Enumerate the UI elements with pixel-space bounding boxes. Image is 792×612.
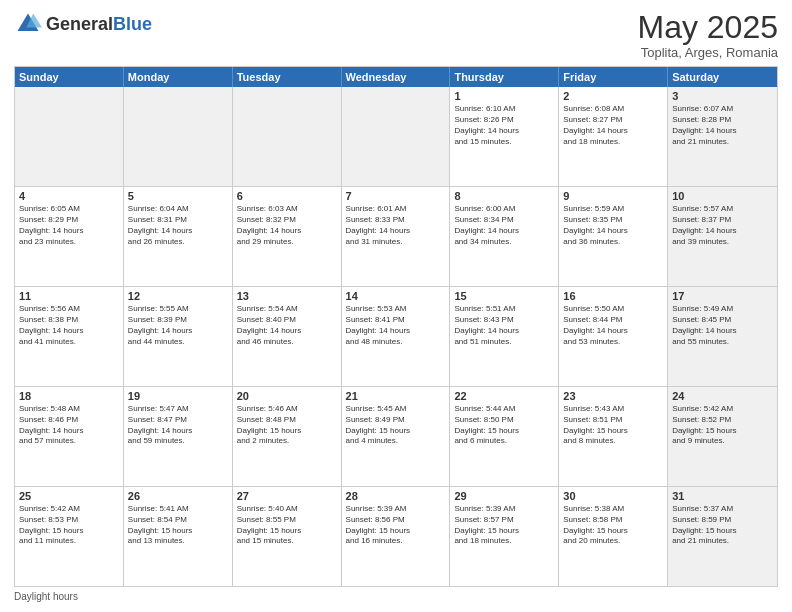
day-text-1: Sunrise: 6:10 AM Sunset: 8:26 PM Dayligh… [454,104,554,147]
day-number-8: 8 [454,190,554,202]
day-text-31: Sunrise: 5:37 AM Sunset: 8:59 PM Dayligh… [672,504,773,547]
day-number-24: 24 [672,390,773,402]
day-number-13: 13 [237,290,337,302]
day-text-17: Sunrise: 5:49 AM Sunset: 8:45 PM Dayligh… [672,304,773,347]
day-text-18: Sunrise: 5:48 AM Sunset: 8:46 PM Dayligh… [19,404,119,447]
empty-cell-0-0 [15,87,124,186]
day-cell-5: 5Sunrise: 6:04 AM Sunset: 8:31 PM Daylig… [124,187,233,286]
day-number-21: 21 [346,390,446,402]
day-number-15: 15 [454,290,554,302]
calendar-row-3: 11Sunrise: 5:56 AM Sunset: 8:38 PM Dayli… [15,286,777,386]
location: Toplita, Arges, Romania [637,45,778,60]
day-text-5: Sunrise: 6:04 AM Sunset: 8:31 PM Dayligh… [128,204,228,247]
day-number-14: 14 [346,290,446,302]
day-text-2: Sunrise: 6:08 AM Sunset: 8:27 PM Dayligh… [563,104,663,147]
header-cell-friday: Friday [559,67,668,87]
day-cell-14: 14Sunrise: 5:53 AM Sunset: 8:41 PM Dayli… [342,287,451,386]
day-number-28: 28 [346,490,446,502]
header-cell-tuesday: Tuesday [233,67,342,87]
empty-cell-0-2 [233,87,342,186]
day-cell-3: 3Sunrise: 6:07 AM Sunset: 8:28 PM Daylig… [668,87,777,186]
day-number-26: 26 [128,490,228,502]
calendar-header-row: SundayMondayTuesdayWednesdayThursdayFrid… [15,67,777,87]
day-cell-20: 20Sunrise: 5:46 AM Sunset: 8:48 PM Dayli… [233,387,342,486]
day-cell-23: 23Sunrise: 5:43 AM Sunset: 8:51 PM Dayli… [559,387,668,486]
day-number-3: 3 [672,90,773,102]
day-text-30: Sunrise: 5:38 AM Sunset: 8:58 PM Dayligh… [563,504,663,547]
logo-general-text: General [46,14,113,34]
day-cell-7: 7Sunrise: 6:01 AM Sunset: 8:33 PM Daylig… [342,187,451,286]
day-text-21: Sunrise: 5:45 AM Sunset: 8:49 PM Dayligh… [346,404,446,447]
day-number-5: 5 [128,190,228,202]
day-number-11: 11 [19,290,119,302]
day-cell-31: 31Sunrise: 5:37 AM Sunset: 8:59 PM Dayli… [668,487,777,586]
day-number-4: 4 [19,190,119,202]
day-cell-12: 12Sunrise: 5:55 AM Sunset: 8:39 PM Dayli… [124,287,233,386]
day-number-16: 16 [563,290,663,302]
day-number-19: 19 [128,390,228,402]
day-cell-19: 19Sunrise: 5:47 AM Sunset: 8:47 PM Dayli… [124,387,233,486]
day-number-23: 23 [563,390,663,402]
day-number-9: 9 [563,190,663,202]
day-text-12: Sunrise: 5:55 AM Sunset: 8:39 PM Dayligh… [128,304,228,347]
calendar-row-5: 25Sunrise: 5:42 AM Sunset: 8:53 PM Dayli… [15,486,777,586]
day-text-9: Sunrise: 5:59 AM Sunset: 8:35 PM Dayligh… [563,204,663,247]
day-cell-9: 9Sunrise: 5:59 AM Sunset: 8:35 PM Daylig… [559,187,668,286]
day-cell-18: 18Sunrise: 5:48 AM Sunset: 8:46 PM Dayli… [15,387,124,486]
day-cell-29: 29Sunrise: 5:39 AM Sunset: 8:57 PM Dayli… [450,487,559,586]
day-number-29: 29 [454,490,554,502]
day-cell-4: 4Sunrise: 6:05 AM Sunset: 8:29 PM Daylig… [15,187,124,286]
day-number-10: 10 [672,190,773,202]
day-number-22: 22 [454,390,554,402]
calendar-row-1: 1Sunrise: 6:10 AM Sunset: 8:26 PM Daylig… [15,87,777,186]
day-cell-13: 13Sunrise: 5:54 AM Sunset: 8:40 PM Dayli… [233,287,342,386]
day-cell-27: 27Sunrise: 5:40 AM Sunset: 8:55 PM Dayli… [233,487,342,586]
header-cell-thursday: Thursday [450,67,559,87]
header-cell-saturday: Saturday [668,67,777,87]
day-cell-24: 24Sunrise: 5:42 AM Sunset: 8:52 PM Dayli… [668,387,777,486]
day-cell-11: 11Sunrise: 5:56 AM Sunset: 8:38 PM Dayli… [15,287,124,386]
day-number-17: 17 [672,290,773,302]
day-cell-2: 2Sunrise: 6:08 AM Sunset: 8:27 PM Daylig… [559,87,668,186]
day-number-6: 6 [237,190,337,202]
day-text-15: Sunrise: 5:51 AM Sunset: 8:43 PM Dayligh… [454,304,554,347]
logo: GeneralBlue [14,10,152,38]
calendar-body: 1Sunrise: 6:10 AM Sunset: 8:26 PM Daylig… [15,87,777,586]
day-number-31: 31 [672,490,773,502]
day-number-12: 12 [128,290,228,302]
title-block: May 2025 Toplita, Arges, Romania [637,10,778,60]
day-cell-1: 1Sunrise: 6:10 AM Sunset: 8:26 PM Daylig… [450,87,559,186]
footer-note: Daylight hours [14,591,778,602]
header-cell-monday: Monday [124,67,233,87]
day-number-25: 25 [19,490,119,502]
day-text-29: Sunrise: 5:39 AM Sunset: 8:57 PM Dayligh… [454,504,554,547]
day-text-23: Sunrise: 5:43 AM Sunset: 8:51 PM Dayligh… [563,404,663,447]
day-text-20: Sunrise: 5:46 AM Sunset: 8:48 PM Dayligh… [237,404,337,447]
day-cell-21: 21Sunrise: 5:45 AM Sunset: 8:49 PM Dayli… [342,387,451,486]
page: GeneralBlue May 2025 Toplita, Arges, Rom… [0,0,792,612]
day-text-26: Sunrise: 5:41 AM Sunset: 8:54 PM Dayligh… [128,504,228,547]
day-text-25: Sunrise: 5:42 AM Sunset: 8:53 PM Dayligh… [19,504,119,547]
day-text-6: Sunrise: 6:03 AM Sunset: 8:32 PM Dayligh… [237,204,337,247]
day-text-7: Sunrise: 6:01 AM Sunset: 8:33 PM Dayligh… [346,204,446,247]
month-title: May 2025 [637,10,778,45]
calendar-row-4: 18Sunrise: 5:48 AM Sunset: 8:46 PM Dayli… [15,386,777,486]
day-cell-16: 16Sunrise: 5:50 AM Sunset: 8:44 PM Dayli… [559,287,668,386]
day-number-2: 2 [563,90,663,102]
day-cell-28: 28Sunrise: 5:39 AM Sunset: 8:56 PM Dayli… [342,487,451,586]
day-cell-25: 25Sunrise: 5:42 AM Sunset: 8:53 PM Dayli… [15,487,124,586]
logo-blue-text: Blue [113,14,152,34]
day-cell-10: 10Sunrise: 5:57 AM Sunset: 8:37 PM Dayli… [668,187,777,286]
day-text-27: Sunrise: 5:40 AM Sunset: 8:55 PM Dayligh… [237,504,337,547]
day-number-7: 7 [346,190,446,202]
day-text-8: Sunrise: 6:00 AM Sunset: 8:34 PM Dayligh… [454,204,554,247]
day-cell-17: 17Sunrise: 5:49 AM Sunset: 8:45 PM Dayli… [668,287,777,386]
day-text-4: Sunrise: 6:05 AM Sunset: 8:29 PM Dayligh… [19,204,119,247]
day-text-14: Sunrise: 5:53 AM Sunset: 8:41 PM Dayligh… [346,304,446,347]
day-number-30: 30 [563,490,663,502]
day-cell-30: 30Sunrise: 5:38 AM Sunset: 8:58 PM Dayli… [559,487,668,586]
day-text-13: Sunrise: 5:54 AM Sunset: 8:40 PM Dayligh… [237,304,337,347]
day-text-16: Sunrise: 5:50 AM Sunset: 8:44 PM Dayligh… [563,304,663,347]
day-text-22: Sunrise: 5:44 AM Sunset: 8:50 PM Dayligh… [454,404,554,447]
day-cell-22: 22Sunrise: 5:44 AM Sunset: 8:50 PM Dayli… [450,387,559,486]
